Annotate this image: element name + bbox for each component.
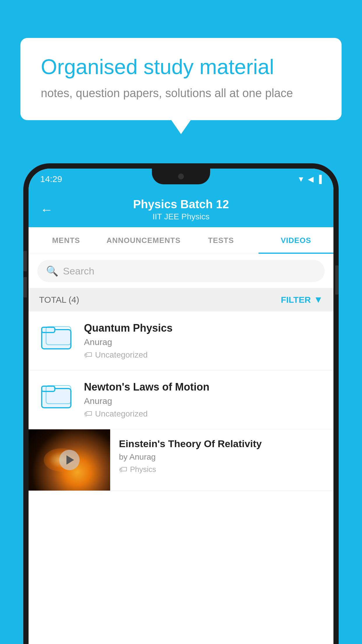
video-tag: 🏷 Physics <box>119 465 325 474</box>
svg-rect-4 <box>42 386 55 391</box>
header-title-group: Physics Batch 12 IIT JEE Physics <box>62 198 300 221</box>
signal-icon: ◀ <box>308 175 314 184</box>
batch-title: Physics Batch 12 <box>62 198 300 211</box>
status-time: 14:29 <box>40 174 62 184</box>
battery-icon: ▐ <box>317 175 322 184</box>
side-buttons-left <box>23 251 29 303</box>
phone-inner: 14:29 ▼ ◀ ▐ ← Physics Batch 12 IIT JEE P… <box>29 169 333 644</box>
video-thumbnail-einstein <box>29 429 110 491</box>
tab-videos[interactable]: VIDEOS <box>259 227 333 254</box>
back-button[interactable]: ← <box>40 202 53 217</box>
play-button[interactable] <box>59 450 80 470</box>
list-item[interactable]: Quantum Physics Anurag 🏷 Uncategorized <box>29 312 333 370</box>
video-tag: 🏷 Uncategorized <box>84 350 325 360</box>
search-icon: 🔍 <box>46 265 58 277</box>
tag-icon: 🏷 <box>84 350 92 360</box>
tab-announcements[interactable]: ANNOUNCEMENTS <box>103 227 183 254</box>
power-button <box>335 265 339 295</box>
subtext: notes, question papers, solutions all at… <box>41 87 321 100</box>
side-buttons-right <box>335 265 339 295</box>
video-title: Quantum Physics <box>84 322 325 334</box>
total-count: TOTAL (4) <box>39 295 79 305</box>
volume-up-button <box>23 251 27 271</box>
folder-icon <box>40 321 72 355</box>
video-title: Einstein's Theory Of Relativity <box>119 438 325 449</box>
video-thumbnail-newton <box>37 381 75 413</box>
screen-content: 14:29 ▼ ◀ ▐ ← Physics Batch 12 IIT JEE P… <box>29 169 333 644</box>
volume-down-button <box>23 277 27 298</box>
status-icons: ▼ ◀ ▐ <box>297 175 322 184</box>
svg-rect-1 <box>42 327 55 332</box>
video-author: Anurag <box>84 396 325 406</box>
batch-subtitle: IIT JEE Physics <box>62 212 300 221</box>
search-placeholder: Search <box>63 265 94 277</box>
headline: Organised study material <box>41 55 321 78</box>
search-bar[interactable]: 🔍 Search <box>37 260 325 282</box>
filter-button[interactable]: FILTER ▼ <box>281 294 323 305</box>
status-bar: 14:29 ▼ ◀ ▐ <box>29 169 333 190</box>
speech-bubble-container: Organised study material notes, question… <box>20 38 342 120</box>
phone-frame: 14:29 ▼ ◀ ▐ ← Physics Batch 12 IIT JEE P… <box>23 163 339 644</box>
video-info-einstein: Einstein's Theory Of Relativity by Anura… <box>110 429 333 483</box>
folder-icon <box>40 380 72 414</box>
tag-icon: 🏷 <box>119 465 127 474</box>
search-container: 🔍 Search <box>29 254 333 288</box>
video-author: Anurag <box>84 337 325 347</box>
video-thumbnail-quantum <box>37 322 75 354</box>
filter-bar: TOTAL (4) FILTER ▼ <box>29 288 333 312</box>
list-item[interactable]: Newton's Laws of Motion Anurag 🏷 Uncateg… <box>29 370 333 429</box>
filter-icon: ▼ <box>314 294 323 305</box>
tab-tests[interactable]: TESTS <box>183 227 258 254</box>
speech-bubble: Organised study material notes, question… <box>20 38 342 120</box>
play-icon <box>66 455 74 465</box>
video-tag: 🏷 Uncategorized <box>84 409 325 419</box>
list-item[interactable]: Einstein's Theory Of Relativity by Anura… <box>29 429 333 491</box>
tag-icon: 🏷 <box>84 409 92 419</box>
app-header: ← Physics Batch 12 IIT JEE Physics <box>29 190 333 227</box>
video-info-quantum: Quantum Physics Anurag 🏷 Uncategorized <box>84 322 325 360</box>
video-info-newton: Newton's Laws of Motion Anurag 🏷 Uncateg… <box>84 381 325 419</box>
notch <box>152 169 210 184</box>
tab-ments[interactable]: MENTS <box>29 227 103 254</box>
video-author: by Anurag <box>119 452 325 462</box>
tabs-bar: MENTS ANNOUNCEMENTS TESTS VIDEOS <box>29 227 333 254</box>
camera-dot <box>178 174 184 179</box>
video-title: Newton's Laws of Motion <box>84 381 325 393</box>
content-area: Quantum Physics Anurag 🏷 Uncategorized <box>29 312 333 491</box>
wifi-icon: ▼ <box>297 175 305 184</box>
